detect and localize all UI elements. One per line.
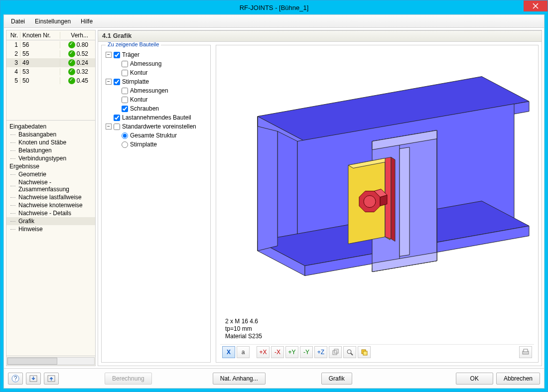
table-row[interactable]: 5500.45 bbox=[6, 76, 95, 85]
chk-stirnplatte[interactable] bbox=[114, 79, 120, 85]
nav-item[interactable]: Nachweise knotenweise bbox=[6, 201, 95, 209]
hscroll[interactable] bbox=[6, 356, 95, 366]
th-knoten[interactable]: Knoten Nr. bbox=[20, 32, 60, 39]
viewer-info: 2 x M 16 4.6 tp=10 mm Material S235 bbox=[225, 318, 262, 340]
export-button[interactable] bbox=[44, 373, 59, 385]
check-icon bbox=[68, 77, 75, 84]
lbl-lastannehm: Lastannehmendes Bauteil bbox=[122, 114, 191, 121]
chk-abmessung[interactable] bbox=[122, 61, 128, 67]
chk-lastannehmend[interactable] bbox=[114, 115, 120, 121]
cell-verh: 0.24 bbox=[60, 59, 90, 67]
menu-help[interactable]: Hilfe bbox=[77, 17, 97, 26]
import-button[interactable] bbox=[26, 373, 41, 385]
svg-line-27 bbox=[351, 353, 353, 355]
nav-item[interactable]: Geometrie bbox=[6, 170, 95, 178]
view-minus-x-button[interactable]: -X bbox=[271, 346, 284, 358]
viewport-3d[interactable]: 2 x M 16 4.6 tp=10 mm Material S235 bbox=[220, 50, 534, 344]
info-line: 2 x M 16 4.6 bbox=[225, 318, 262, 325]
close-button[interactable] bbox=[524, 0, 548, 11]
chk-kontur[interactable] bbox=[122, 70, 128, 76]
chk-traeger[interactable] bbox=[114, 52, 120, 58]
help-icon: ? bbox=[11, 375, 19, 383]
lbl-kontur: Kontur bbox=[130, 69, 147, 76]
expander-icon[interactable]: − bbox=[106, 124, 112, 130]
view-copy-button[interactable] bbox=[358, 346, 371, 358]
calc-button[interactable]: Berechnung bbox=[105, 373, 152, 385]
view-plus-y-button[interactable]: +Y bbox=[285, 346, 298, 358]
table-header: Nr. Knoten Nr. Verh... bbox=[6, 30, 95, 40]
view-x-button[interactable]: X bbox=[222, 346, 235, 358]
table-body: 1560.802550.523490.244530.325500.45 bbox=[6, 40, 95, 120]
lbl-traeger: Träger bbox=[122, 51, 139, 58]
cancel-button[interactable]: Abbrechen bbox=[496, 373, 540, 385]
lbl-schrauben: Schrauben bbox=[130, 105, 159, 112]
inner-frame: Datei Einstellungen Hilfe Nr. Knoten Nr.… bbox=[3, 14, 545, 389]
nav-item[interactable]: Nachweise - Details bbox=[6, 209, 95, 217]
expander-icon[interactable]: − bbox=[106, 52, 112, 58]
cell-verh: 0.32 bbox=[60, 68, 90, 76]
table-row[interactable]: 4530.32 bbox=[6, 67, 95, 76]
svg-marker-19 bbox=[391, 157, 395, 242]
group-legend: Zu zeigende Bauteile bbox=[106, 41, 161, 47]
chk-kontur2[interactable] bbox=[122, 97, 128, 103]
view-plus-x-button[interactable]: +X bbox=[257, 346, 270, 358]
svg-rect-29 bbox=[363, 351, 367, 355]
titlebar: RF-JOINTS - [Bühne_1] bbox=[0, 0, 548, 14]
cell-knoten: 53 bbox=[20, 68, 60, 75]
chk-abmessungen[interactable] bbox=[122, 88, 128, 94]
close-icon bbox=[533, 3, 539, 9]
check-icon bbox=[68, 68, 75, 75]
nav-item[interactable]: Knoten und Stäbe bbox=[6, 138, 95, 146]
cell-verh: 0.52 bbox=[60, 50, 90, 58]
chk-schrauben[interactable] bbox=[122, 106, 128, 112]
radio-stirnplatte[interactable] bbox=[122, 141, 128, 148]
nav-item[interactable]: Basisangaben bbox=[6, 131, 95, 138]
table-row[interactable]: 3490.24 bbox=[6, 58, 95, 67]
nav-item[interactable]: Grafik bbox=[6, 217, 95, 225]
table-row[interactable]: 1560.80 bbox=[6, 40, 95, 49]
cell-nr: 1 bbox=[6, 41, 20, 48]
svg-rect-24 bbox=[333, 351, 337, 355]
left-panel: Nr. Knoten Nr. Verh... 1560.802550.52349… bbox=[6, 30, 96, 366]
print-button[interactable] bbox=[519, 346, 532, 358]
cell-nr: 2 bbox=[6, 50, 20, 57]
nav-section: Ergebnisse bbox=[6, 162, 95, 170]
info-line: tp=10 mm bbox=[225, 325, 262, 333]
nav-item[interactable]: Nachweise - Zusammenfassung bbox=[6, 178, 95, 193]
lbl-abmessungen: Abmessungen bbox=[130, 87, 168, 94]
expander-icon[interactable]: − bbox=[106, 79, 112, 85]
th-nr[interactable]: Nr. bbox=[6, 32, 20, 39]
svg-text:?: ? bbox=[14, 375, 17, 382]
ok-button[interactable]: OK bbox=[456, 373, 493, 385]
cell-nr: 3 bbox=[6, 59, 20, 66]
menu-settings[interactable]: Einstellungen bbox=[31, 17, 75, 26]
table-row[interactable]: 2550.52 bbox=[6, 49, 95, 58]
panel-title: 4.1 Grafik bbox=[98, 30, 542, 41]
view-a-button[interactable]: a bbox=[237, 346, 250, 358]
lbl-gesamte: Gesamte Struktur bbox=[130, 132, 177, 139]
check-icon bbox=[68, 41, 75, 48]
nat-anhang-button[interactable]: Nat. Anhang... bbox=[213, 373, 266, 385]
nav-item[interactable]: Verbindungstypen bbox=[6, 154, 95, 162]
nav-item[interactable]: Hinweise bbox=[6, 225, 95, 233]
cell-knoten: 56 bbox=[20, 41, 60, 48]
cell-knoten: 50 bbox=[20, 77, 60, 84]
lbl-stirnplatte: Stirnplatte bbox=[122, 78, 149, 85]
radio-gesamte[interactable] bbox=[122, 132, 128, 139]
menu-file[interactable]: Datei bbox=[7, 17, 29, 26]
nav-item[interactable]: Nachweise lastfallweise bbox=[6, 193, 95, 201]
right-panel: 4.1 Grafik Zu zeigende Bauteile −Träger … bbox=[98, 30, 542, 366]
svg-point-26 bbox=[347, 350, 351, 354]
svg-marker-9 bbox=[258, 127, 277, 251]
view-iso-button[interactable] bbox=[329, 346, 342, 358]
svg-marker-14 bbox=[400, 147, 410, 257]
view-minus-y-button[interactable]: -Y bbox=[300, 346, 313, 358]
view-plus-z-button[interactable]: +Z bbox=[314, 346, 327, 358]
nav-item[interactable]: Belastungen bbox=[6, 146, 95, 154]
view-zoom-button[interactable] bbox=[343, 346, 356, 358]
grafik-button[interactable]: Grafik bbox=[321, 373, 352, 385]
th-verh[interactable]: Verh... bbox=[60, 32, 90, 39]
chk-standardwerte[interactable] bbox=[114, 124, 120, 130]
help-button[interactable]: ? bbox=[8, 373, 23, 385]
lbl-standardwerte: Standardwerte voreinstellen bbox=[122, 123, 196, 130]
